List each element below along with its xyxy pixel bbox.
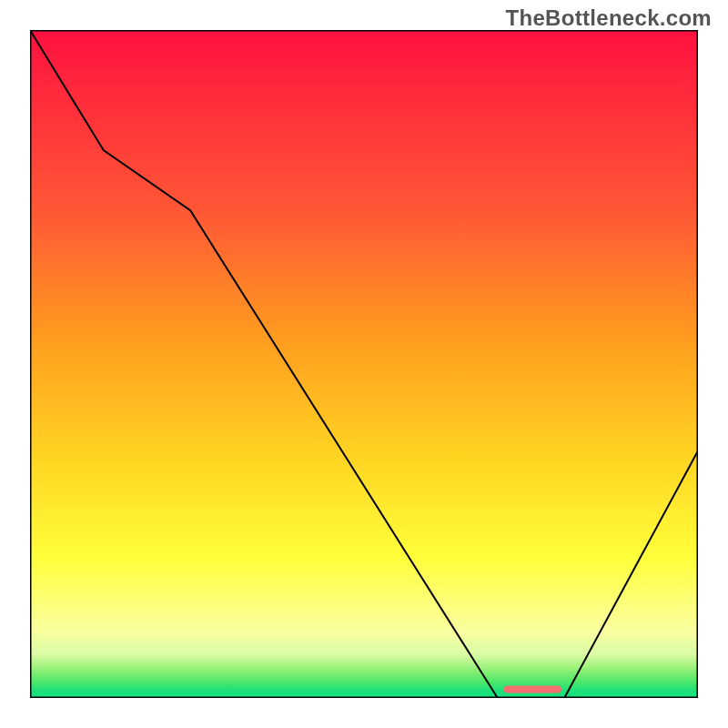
plot-area bbox=[30, 30, 698, 698]
chart-svg bbox=[30, 30, 698, 698]
chart-container: TheBottleneck.com bbox=[0, 0, 728, 728]
watermark-text: TheBottleneck.com bbox=[506, 5, 712, 31]
gradient-background bbox=[30, 30, 698, 698]
